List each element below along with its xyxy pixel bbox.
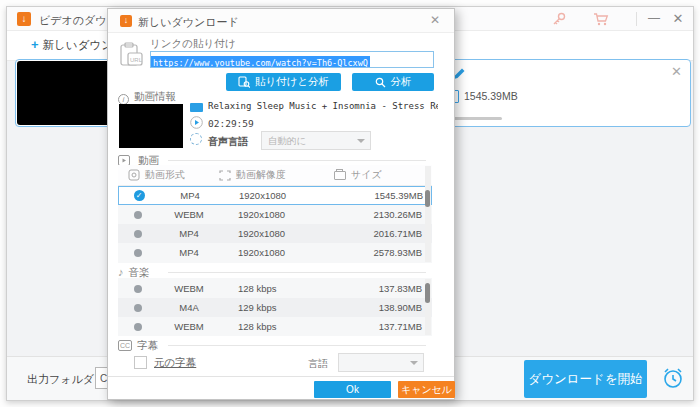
url-selected-text: https://www.youtube.com/watch?v=Th6-Qlcx… (151, 56, 370, 68)
music-row[interactable]: M4A 129 kbps 138.90MB (118, 298, 432, 317)
radio-icon[interactable] (134, 249, 142, 257)
dialog-app-icon: ↓ (120, 15, 132, 27)
subtitle-language-dropdown[interactable] (338, 353, 424, 372)
video-table-scrollbar[interactable] (425, 166, 431, 262)
dialog-title: 新しいダウンロード (138, 15, 239, 30)
video-section-rule (168, 160, 426, 161)
start-download-button[interactable]: ダウンロードを開始 (524, 360, 647, 398)
link-paste-label: リンクの貼り付け (150, 37, 235, 51)
video-row[interactable]: WEBM 1920x1080 2130.26MB (118, 205, 432, 224)
ok-button[interactable]: Ok (314, 381, 391, 398)
video-title-text: Relaxing Sleep Music + Insomnia - Stress… (208, 101, 438, 111)
music-table-scrollbar[interactable] (425, 279, 431, 335)
cc-icon: CC (118, 340, 132, 351)
resolution-column-label: 動画解像度 (236, 168, 310, 182)
music-section-rule (168, 272, 426, 273)
music-format-table: WEBM 128 kbps 137.83MB M4A 129 kbps 138.… (118, 278, 432, 336)
dialog-close-icon[interactable]: ✕ (426, 13, 444, 29)
task-close-icon[interactable]: ✕ (671, 64, 682, 79)
radio-icon[interactable] (134, 323, 142, 331)
app-icon: ↓ (17, 12, 31, 26)
audio-language-dropdown[interactable]: 自動的に (261, 131, 371, 150)
radio-icon[interactable] (134, 285, 142, 293)
audio-language-label: 音声言語 (208, 135, 248, 149)
video-title-icon (190, 103, 203, 112)
video-format-table: 動画形式 動画解像度 サイズ ✓ MP4 1920x1080 1545.39MB… (118, 165, 432, 263)
audio-language-icon (190, 133, 202, 145)
cancel-button[interactable]: キャンセル (398, 381, 455, 398)
minimize-button[interactable]: — (643, 9, 665, 29)
video-row-selected[interactable]: ✓ MP4 1920x1080 1545.39MB (118, 186, 432, 205)
size-column-label: サイズ (351, 168, 382, 182)
radio-icon[interactable] (134, 230, 142, 238)
subtitle-language-label: 言語 (308, 357, 328, 371)
format-column-label: 動画形式 (145, 168, 191, 182)
video-row[interactable]: MP4 1920x1080 2016.71MB (118, 224, 432, 243)
shop-cart-icon[interactable] (593, 11, 611, 27)
scrollbar-thumb[interactable] (425, 190, 430, 207)
schedule-clock-icon[interactable] (661, 366, 685, 390)
scrollbar-thumb[interactable] (425, 283, 430, 303)
plus-icon: + (31, 37, 39, 52)
music-row[interactable]: WEBM 128 kbps 137.71MB (118, 317, 432, 336)
dialog-titlebar: ↓ 新しいダウンロード ✕ (108, 9, 454, 33)
url-input[interactable]: https://www.youtube.com/watch?v=Th6-Qlcx… (150, 51, 434, 68)
radio-icon[interactable] (134, 211, 142, 219)
paste-and-analyze-button[interactable]: 貼り付けと分析 (226, 73, 341, 91)
video-info-header: i動画情報 (118, 90, 176, 105)
music-row[interactable]: WEBM 128 kbps 137.83MB (118, 279, 432, 298)
video-thumbnail (119, 104, 183, 148)
titlebar-separator (636, 12, 637, 26)
svg-text:URL: URL (130, 57, 143, 63)
search-icon (375, 77, 386, 88)
new-download-dialog: ↓ 新しいダウンロード ✕ URL リンクの貼り付け https://www.y… (107, 8, 455, 400)
task-size-text: 1545.39MB (464, 90, 518, 102)
subtitle-section-header: CC字幕 (118, 339, 158, 353)
output-folder-label: 出力フォルダ： (27, 372, 105, 387)
close-button[interactable]: ✕ (667, 9, 689, 29)
video-row[interactable]: MP4 1920x1080 2578.93MB (118, 243, 432, 262)
register-key-icon[interactable] (551, 11, 569, 27)
chevron-down-icon (410, 361, 418, 365)
music-note-icon: ♪ (118, 266, 124, 278)
subtitle-section-rule (168, 345, 426, 346)
dialog-footer: Ok キャンセル (108, 376, 454, 399)
resolution-column-icon (219, 170, 231, 181)
size-column-icon (334, 171, 346, 180)
format-column-icon (128, 169, 140, 181)
radio-checked-icon[interactable]: ✓ (134, 190, 145, 201)
play-icon (190, 116, 203, 129)
original-subtitle-label[interactable]: 元の字幕 (154, 356, 196, 370)
analyze-button[interactable]: 分析 (352, 73, 434, 91)
chevron-down-icon (357, 139, 365, 143)
paste-search-icon (238, 76, 250, 88)
radio-icon[interactable] (134, 304, 142, 312)
original-subtitle-checkbox[interactable] (134, 356, 147, 369)
url-clipboard-icon: URL (118, 41, 144, 69)
video-duration: 02:29:59 (208, 118, 254, 129)
video-table-header: 動画形式 動画解像度 サイズ (118, 165, 432, 186)
